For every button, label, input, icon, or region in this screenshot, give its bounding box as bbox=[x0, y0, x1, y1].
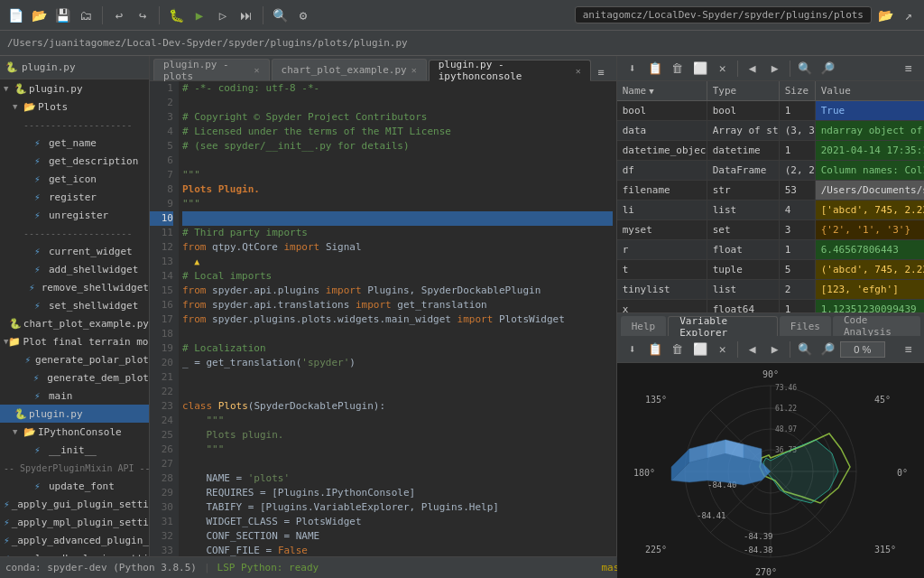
tab-files[interactable]: Files bbox=[780, 316, 831, 336]
run-selection-icon[interactable]: ⏭ bbox=[236, 5, 256, 25]
tree-item-set-shellwidget[interactable]: ⚡ set_shellwidget bbox=[0, 296, 149, 314]
var-menu-icon[interactable]: ≡ bbox=[899, 59, 919, 79]
var-row[interactable]: x float64 1 1.12351230099439 bbox=[617, 300, 924, 312]
var-import-icon[interactable]: ⬇ bbox=[623, 59, 642, 79]
var-row[interactable]: li list 4 ['abcd', 745, 2.23, 'efgh', 70… bbox=[617, 200, 924, 220]
tree-item-get-icon[interactable]: ⚡ get_icon bbox=[0, 170, 149, 188]
tree-item-get-name[interactable]: ⚡ get_name bbox=[0, 134, 149, 152]
plot-next-icon[interactable]: ▶ bbox=[765, 340, 785, 359]
tab-code-analysis[interactable]: Code Analysis bbox=[833, 316, 920, 336]
func-icon: ⚡ bbox=[34, 246, 47, 257]
var-tabs: Help Variable Explorer Files Code Analys… bbox=[617, 312, 924, 336]
tree-item-gen-polar[interactable]: ⚡ generate_polar_plot bbox=[0, 350, 149, 368]
repo-path: anitagomcz/LocalDev-Spyder/spyder/plugin… bbox=[575, 6, 872, 23]
plot-stop-icon[interactable]: ✕ bbox=[713, 340, 733, 359]
var-row[interactable]: tinylist list 2 [123, 'efgh'] bbox=[617, 280, 924, 300]
plot-menu-icon[interactable]: ≡ bbox=[899, 340, 919, 359]
plot-copy-icon[interactable]: 📋 bbox=[645, 340, 665, 359]
tree-item-terrain[interactable]: ▼ 📁 Plot final terrain model bbox=[0, 332, 149, 350]
code-editor[interactable]: # -*- coding: utf-8 -*- # Copyright © Sp… bbox=[179, 81, 616, 556]
run-cell-icon[interactable]: ▷ bbox=[213, 5, 233, 25]
settings-icon[interactable]: ⚙ bbox=[293, 5, 313, 25]
folder-open-icon: 📂 bbox=[23, 426, 36, 438]
var-table-body: bool bool 1 True data Array of str128 (3… bbox=[617, 101, 924, 312]
col-name[interactable]: Name ▼ bbox=[617, 81, 707, 100]
find-icon[interactable]: 🔍 bbox=[270, 5, 290, 25]
tab-close-icon[interactable]: ✕ bbox=[254, 65, 260, 75]
tree-item-main[interactable]: ⚡ main bbox=[0, 387, 149, 405]
plot-prev-icon[interactable]: ◀ bbox=[743, 340, 762, 359]
var-next-icon[interactable]: ▶ bbox=[765, 59, 785, 79]
var-row[interactable]: myset set 3 {'2', '1', '3'} bbox=[617, 220, 924, 240]
editor-menu-icon[interactable]: ≡ bbox=[593, 64, 609, 80]
tree-item-apply-gui[interactable]: ⚡ _apply_gui_plugin_settings bbox=[0, 495, 149, 513]
repo-open-icon[interactable]: 📂 bbox=[875, 5, 895, 25]
plot-zoomout-icon[interactable]: 🔎 bbox=[818, 340, 837, 359]
tree-item-update-font[interactable]: ⚡ update_font bbox=[0, 477, 149, 495]
col-type[interactable]: Type bbox=[707, 81, 780, 100]
func-icon: ⚡ bbox=[34, 210, 47, 221]
tree-item-register[interactable]: ⚡ register bbox=[0, 188, 149, 206]
var-row[interactable]: data Array of str128 (3, 3) ndarray obje… bbox=[617, 121, 924, 141]
open-file-icon[interactable]: 📂 bbox=[29, 5, 49, 25]
undo-icon[interactable]: ↩ bbox=[109, 5, 129, 25]
tree-item-current-widget[interactable]: ⚡ current_widget bbox=[0, 242, 149, 260]
tab-plots[interactable]: plugin.py - plots ✕ bbox=[153, 59, 270, 80]
var-filter-icon[interactable]: 🔎 bbox=[818, 59, 837, 79]
plot-delete-icon[interactable]: 🗑 bbox=[668, 340, 688, 359]
var-row[interactable]: filename str 53 /Users/Documents/spyder/… bbox=[617, 181, 924, 200]
tree-item-plots[interactable]: ▼ 📂 Plots bbox=[0, 98, 149, 116]
tree-item-remove-shellwidget[interactable]: ⚡ remove_shellwidget bbox=[0, 278, 149, 296]
variable-explorer: ⬇ 📋 🗑 ⬜ ✕ ◀ ▶ 🔍 🔎 ≡ Name ▼ Ty bbox=[617, 56, 924, 336]
svg-text:180°: 180° bbox=[633, 468, 655, 478]
var-row[interactable]: datetime_object datetime 1 2021-04-14 17… bbox=[617, 141, 924, 161]
tree-item-apply-adv[interactable]: ⚡ _apply_advanced_plugin_s bbox=[0, 531, 149, 549]
var-clear-icon[interactable]: ⬜ bbox=[690, 59, 710, 79]
tree-item-ipython[interactable]: ▼ 📂 IPythonConsole bbox=[0, 423, 149, 441]
tab-ipython[interactable]: plugin.py - ipythonconsole ✕ bbox=[429, 60, 591, 81]
tree-item-init[interactable]: ⚡ __init__ bbox=[0, 441, 149, 459]
var-row[interactable]: df DataFrame (2, 2) Column names: Col1, … bbox=[617, 161, 924, 181]
tree-item-apply-mpl[interactable]: ⚡ _apply_mpl_plugin_setting bbox=[0, 513, 149, 531]
tree-item-chart[interactable]: 🐍 chart_plot_example.py bbox=[0, 314, 149, 332]
run-icon[interactable]: ▶ bbox=[189, 5, 209, 25]
tree-item-pluginpy[interactable]: ▼ 🐍 plugin.py bbox=[0, 79, 149, 98]
tree-item-gen-dem[interactable]: ⚡ generate_dem_plot bbox=[0, 368, 149, 387]
var-delete-icon[interactable]: 🗑 bbox=[668, 59, 688, 79]
var-row[interactable]: t tuple 5 ('abcd', 745, 2.23, 'efgh', 70… bbox=[617, 260, 924, 280]
tab-help[interactable]: Help bbox=[621, 316, 667, 336]
plot-save-icon[interactable]: ⬇ bbox=[623, 340, 642, 359]
new-file-icon[interactable]: 📄 bbox=[5, 5, 25, 25]
col-size[interactable]: Size bbox=[780, 81, 816, 100]
main-layout: 🐍 plugin.py ▼ 🐍 plugin.py ▼ 📂 Plots - bbox=[0, 56, 924, 556]
plot-zoomin-icon[interactable]: 🔍 bbox=[795, 340, 815, 359]
tab-variable-explorer[interactable]: Variable Explorer bbox=[668, 316, 778, 336]
tree-item-plugin-selected[interactable]: 🐍 plugin.py bbox=[0, 405, 149, 423]
tab-close-icon[interactable]: ✕ bbox=[411, 65, 417, 75]
zoom-input[interactable]: 0 % bbox=[840, 341, 885, 358]
var-row[interactable]: bool bool 1 True bbox=[617, 101, 924, 121]
tree-item-apply-pdb[interactable]: ⚡ _apply_pdb_plugin_setting bbox=[0, 549, 149, 556]
var-toolbar: ⬇ 📋 🗑 ⬜ ✕ ◀ ▶ 🔍 🔎 ≡ bbox=[617, 56, 924, 81]
var-stop-icon[interactable]: ✕ bbox=[713, 59, 733, 79]
var-search-icon[interactable]: 🔍 bbox=[795, 59, 815, 79]
svg-text:315°: 315° bbox=[874, 545, 896, 555]
editor-panel: plugin.py - plots ✕ chart_plot_example.p… bbox=[150, 56, 617, 556]
tree-item-get-description[interactable]: ⚡ get_description bbox=[0, 152, 149, 170]
var-prev-icon[interactable]: ◀ bbox=[743, 59, 762, 79]
tab-close-icon[interactable]: ✕ bbox=[576, 66, 581, 76]
var-row[interactable]: r float 1 6.46567806443 bbox=[617, 240, 924, 260]
redo-icon[interactable]: ↪ bbox=[133, 5, 152, 25]
save-file-icon[interactable]: 💾 bbox=[52, 5, 72, 25]
tree-item-unregister[interactable]: ⚡ unregister bbox=[0, 206, 149, 224]
save-all-icon[interactable]: 🗂 bbox=[76, 5, 96, 25]
var-copy-icon[interactable]: 📋 bbox=[645, 59, 665, 79]
editor-area: 1 2 3 4 5 6 7 8 9 10 11 12 13 14 15 16 1… bbox=[150, 81, 616, 556]
debug-icon[interactable]: 🐛 bbox=[166, 5, 186, 25]
repo-nav-icon[interactable]: ↗ bbox=[899, 5, 919, 25]
py-icon: 🐍 bbox=[5, 61, 18, 73]
tree-item-add-shellwidget[interactable]: ⚡ add_shellwidget bbox=[0, 260, 149, 278]
col-value[interactable]: Value bbox=[816, 81, 924, 100]
plot-clear-icon[interactable]: ⬜ bbox=[690, 340, 710, 359]
tab-chart[interactable]: chart_plot_example.py ✕ bbox=[272, 59, 427, 80]
